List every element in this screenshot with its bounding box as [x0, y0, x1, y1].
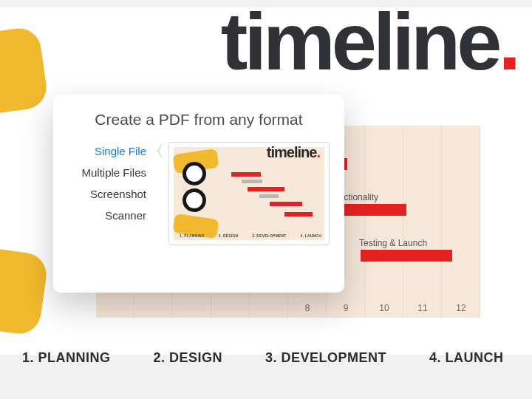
background-title-text: timeline: [221, 0, 499, 86]
file-preview-thumbnail[interactable]: timeline. 1. PLANNING 2. DESIGN 3. DEVEL…: [168, 142, 330, 245]
phase-label: 2. DESIGN: [154, 350, 223, 366]
mini-phase-labels: 1. PLANNING 2. DESIGN 3. DEVELOPMENT 4. …: [180, 233, 321, 238]
mini-bar: [259, 194, 279, 198]
mini-lens-icon: [183, 162, 206, 185]
mini-bar: [284, 212, 313, 216]
hand-bottom-icon: [0, 233, 50, 337]
phase-label: 1. PLANNING: [22, 350, 111, 366]
menu-separator: [157, 142, 164, 245]
chevron-right-icon: [156, 143, 163, 157]
source-option-screenshot[interactable]: Screenshot: [68, 188, 146, 200]
source-option-multiple-files[interactable]: Multiple Files: [68, 166, 146, 179]
mini-bar: [248, 187, 284, 191]
hand-top-icon: [0, 26, 50, 130]
gantt-bar: [361, 250, 452, 262]
mini-title: timeline.: [267, 144, 320, 161]
phase-label: 3. DEVELOPMENT: [265, 350, 386, 366]
source-option-single-file[interactable]: Single File: [68, 145, 146, 157]
background-title: timeline.: [221, 0, 517, 88]
mini-bar: [270, 202, 302, 206]
background-title-dot: .: [498, 0, 517, 86]
gantt-row-label: Testing & Launch: [359, 235, 427, 251]
mini-bar: [231, 172, 261, 177]
mini-bar: [242, 180, 262, 183]
create-pdf-modal: Create a PDF from any format Single File…: [53, 95, 344, 293]
phase-label: 4. LAUNCH: [429, 350, 504, 366]
modal-heading: Create a PDF from any format: [68, 111, 330, 129]
source-menu: Single File Multiple Files Screenshot Sc…: [68, 142, 157, 222]
mini-lens-icon: [183, 188, 206, 212]
source-option-scanner[interactable]: Scanner: [68, 209, 146, 222]
phase-labels: 1. PLANNING 2. DESIGN 3. DEVELOPMENT 4. …: [22, 350, 532, 366]
